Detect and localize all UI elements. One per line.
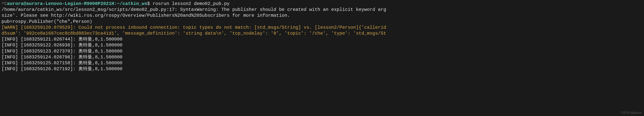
prompt-caret: ^C <box>2 1 7 6</box>
warn-line-1: [WARN] [1683259120.079529]: Could not pr… <box>2 24 642 30</box>
warn-line-2: d5sum': '992ce8a1687cec8c8bd883ec73ca41d… <box>2 30 642 36</box>
syntax-warning-line-3: pub=rospy.Publisher("che",Person) <box>2 19 642 24</box>
prompt-dollar: $ <box>147 1 150 6</box>
watermark: CSDN @ppxue <box>621 111 642 115</box>
syntax-warning-line-2: size'. Please see http://wiki.ros.org/ro… <box>2 12 642 18</box>
info-line: [INFO] [1683259124.026796]: 奥特曼,8,1.5000… <box>2 54 642 60</box>
info-line: [INFO] [1683259125.027158]: 奥特曼,8,1.5000… <box>2 60 642 66</box>
info-line: [INFO] [1683259121.026744]: 奥特曼,8,1.5000… <box>2 36 642 42</box>
prompt-path: ~/catkin_ws <box>117 1 147 6</box>
prompt-line[interactable]: ^Caurora@aurora-Lenovo-Legion-R9000P2021… <box>2 1 642 7</box>
info-line: [INFO] [1683259123.027370]: 奥特曼,8,1.5000… <box>2 48 642 54</box>
info-line: [INFO] [1683259126.027192]: 奥特曼,8,1.5000… <box>2 66 642 72</box>
prompt-separator: : <box>114 1 117 6</box>
prompt-user-host: aurora@aurora-Lenovo-Legion-R9000P2021H <box>7 1 114 6</box>
syntax-warning-line-1: /home/aurora/catkin_ws/src/lesson2_msg/s… <box>2 7 642 12</box>
info-line: [INFO] [1683259122.026936]: 奥特曼,8,1.5000… <box>2 42 642 48</box>
command-text: rosrun lesson2 demo02_pub.py <box>152 1 230 6</box>
